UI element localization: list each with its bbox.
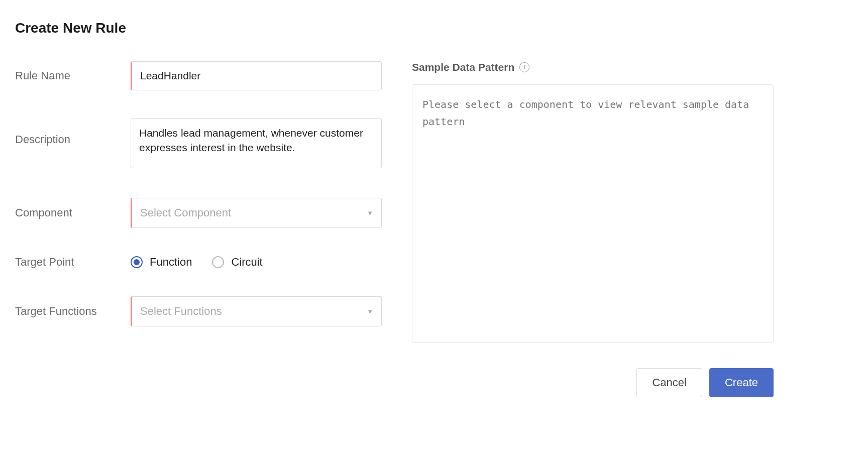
description-control xyxy=(131,118,382,170)
target-point-row: Target Point Function Circuit xyxy=(15,256,382,269)
component-control: Select Component ▼ xyxy=(131,198,382,228)
target-point-control: Function Circuit xyxy=(131,256,382,269)
form-column: Rule Name Description Component Select C… xyxy=(15,61,382,326)
target-point-function-label: Function xyxy=(150,256,192,269)
component-label: Component xyxy=(15,206,131,219)
info-icon[interactable]: i xyxy=(519,62,529,72)
target-functions-row: Target Functions Select Functions ▼ xyxy=(15,296,382,326)
sample-data-box: Please select a component to view releva… xyxy=(412,84,774,343)
rule-name-row: Rule Name xyxy=(15,61,382,90)
caret-down-icon: ▼ xyxy=(367,308,373,315)
caret-down-icon: ▼ xyxy=(367,209,373,217)
description-row: Description xyxy=(15,118,382,170)
target-point-radio-group: Function Circuit xyxy=(131,256,382,269)
target-functions-select[interactable]: Select Functions ▼ xyxy=(131,296,382,326)
description-label: Description xyxy=(15,118,131,146)
page-title: Create New Rule xyxy=(15,20,853,36)
radio-selected-icon xyxy=(131,256,143,268)
radio-dot-icon xyxy=(134,259,140,265)
create-button[interactable]: Create xyxy=(709,368,774,397)
rule-name-control xyxy=(131,61,382,90)
radio-unselected-icon xyxy=(212,256,224,268)
target-point-label: Target Point xyxy=(15,256,131,269)
sample-header: Sample Data Pattern i xyxy=(412,61,774,73)
description-input[interactable] xyxy=(131,118,382,168)
target-point-function-radio[interactable]: Function xyxy=(131,256,192,269)
rule-name-input[interactable] xyxy=(131,61,382,90)
button-row: Cancel Create xyxy=(412,368,774,397)
target-point-circuit-label: Circuit xyxy=(231,256,262,269)
sample-data-title: Sample Data Pattern xyxy=(412,61,514,73)
target-functions-control: Select Functions ▼ xyxy=(131,296,382,326)
rule-name-label: Rule Name xyxy=(15,69,131,82)
component-placeholder: Select Component xyxy=(140,206,231,219)
sample-column: Sample Data Pattern i Please select a co… xyxy=(412,61,774,343)
target-functions-label: Target Functions xyxy=(15,305,131,318)
component-select[interactable]: Select Component ▼ xyxy=(131,198,382,228)
cancel-button[interactable]: Cancel xyxy=(636,368,702,397)
target-point-circuit-radio[interactable]: Circuit xyxy=(212,256,262,269)
target-functions-placeholder: Select Functions xyxy=(140,305,222,318)
content-container: Rule Name Description Component Select C… xyxy=(15,61,853,397)
component-row: Component Select Component ▼ xyxy=(15,198,382,228)
right-column: Sample Data Pattern i Please select a co… xyxy=(412,61,774,397)
